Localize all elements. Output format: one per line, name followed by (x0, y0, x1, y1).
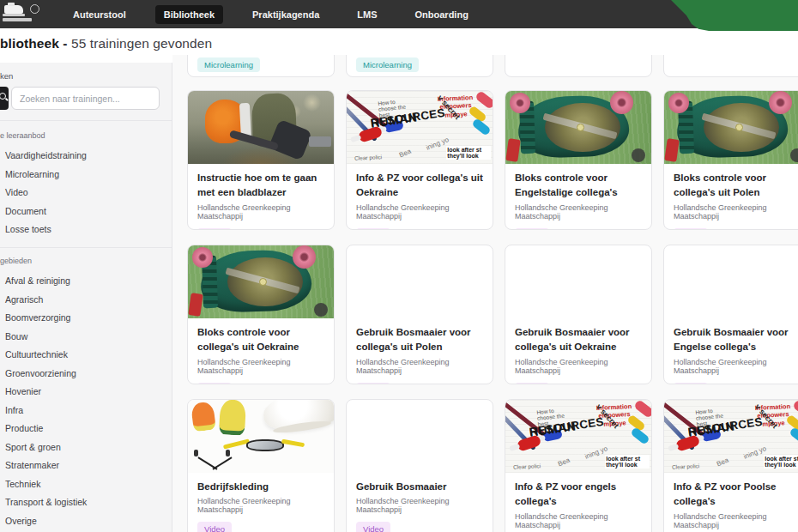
glove-yellow-shape (219, 400, 246, 436)
sidebar-divider (0, 120, 172, 121)
hr-image-text: look after st they'll look (605, 455, 650, 469)
card-title: Info & PZ voor engels collega's (515, 480, 642, 510)
training-card[interactable]: Gebruik Bosmaaier voor collega's uit Pol… (346, 245, 493, 384)
sidebar-item-vaardigheidstraining[interactable]: Vaardigheidstraining (0, 147, 172, 166)
page-title-bold: bliotheek - (0, 36, 68, 51)
hr-image-text: Clear polici (671, 462, 698, 470)
training-card-partial[interactable]: Microlearning (346, 55, 493, 77)
card-badge: Video (515, 383, 549, 385)
sidebar-item-overige[interactable]: Overige (0, 512, 172, 531)
card-badge: Video (674, 228, 708, 231)
leaf-blower-image (188, 91, 334, 164)
sidebar-item-agrarisch[interactable]: Agrarisch (0, 291, 172, 310)
card-badge: Video (356, 228, 390, 231)
sidebar-item-sport-groen[interactable]: Sport & groen (0, 438, 172, 457)
sidebar-item-losse-toets[interactable]: Losse toets (0, 221, 172, 239)
training-card[interactable]: Gebruik Bosmaaier voor Engelse collega's… (663, 245, 798, 384)
training-card[interactable]: Bloks controle voor Engelstalige collega… (505, 90, 652, 230)
search-input[interactable] (11, 87, 160, 110)
card-body: Bloks controle voor collega's uit Oekrai… (188, 318, 334, 384)
sidebar-item-hovenier[interactable]: Hovenier (0, 383, 172, 402)
result-count: 55 trainingen gevonden (68, 36, 213, 51)
training-card-partial[interactable] (663, 55, 798, 77)
sidebar-item-video[interactable]: Video (0, 184, 172, 203)
filter-section-title: e leeraanbod (0, 131, 45, 140)
card-org: Hollandsche Greenkeeping Maatschappij (674, 203, 798, 221)
hr-image-text: look after st they'll look (764, 455, 798, 469)
sidebar-item-microlearning[interactable]: Microlearning (0, 166, 172, 184)
filter-sidebar: ken e leeraanbodVaardigheidstrainingMicr… (0, 63, 172, 532)
nav-item-onboarding[interactable]: Onboarding (407, 5, 477, 24)
card-body: BedrijfskledingHollandsche Greenkeeping … (188, 473, 334, 532)
training-card[interactable]: Bloks controle voor collega's uit PolenH… (663, 90, 798, 230)
sidebar-item-afval-reiniging[interactable]: Afval & reiniging (0, 272, 172, 291)
card-body: Gebruik Bosmaaier voor collega's uit Pol… (347, 318, 493, 384)
cord-r-shape (213, 456, 233, 469)
card-badge: Video (674, 383, 708, 385)
brushcutter-worker-image (664, 245, 798, 318)
hr-image-text: How to choose the best (536, 406, 569, 427)
temple-r-shape (281, 438, 305, 447)
training-card-partial[interactable] (505, 55, 652, 77)
training-card[interactable]: BedrijfskledingHollandsche Greenkeeping … (187, 399, 335, 532)
wheel-dark-shape (790, 148, 798, 162)
training-card[interactable]: Gebruik BosmaaierHollandsche Greenkeepin… (346, 399, 493, 532)
card-title: Gebruik Bosmaaier voor Engelse collega's (674, 325, 798, 355)
training-card[interactable]: Bloks controle voor collega's uit Oekrai… (187, 245, 335, 384)
card-badge: Video (197, 383, 232, 385)
nav-item-auteurstool[interactable]: Auteurstool (64, 5, 135, 24)
nav-item-praktijkagenda[interactable]: Praktijkagenda (244, 5, 328, 24)
sidebar-item-techniek[interactable]: Techniek (0, 475, 172, 494)
filter-list: Afval & reinigingAgrarischBoomverzorging… (0, 272, 172, 530)
brushcutter-worker-image (347, 245, 493, 318)
sidebar-item-bouw[interactable]: Bouw (0, 328, 172, 347)
card-body: Info & PZ voor Poolse collega'sHollandsc… (664, 473, 798, 532)
sidebar-item-infra[interactable]: Infra (0, 402, 172, 420)
card-body: Gebruik Bosmaaier voor collega's uit Oek… (505, 318, 651, 384)
card-org: Hollandsche Greenkeeping Maatschappij (197, 203, 324, 221)
mower-image (664, 91, 798, 164)
card-org: Hollandsche Greenkeeping Maatschappij (515, 203, 642, 221)
training-card[interactable]: Instructie hoe om te gaan met een bladbl… (187, 90, 335, 230)
search-icon (0, 93, 6, 100)
logo-mark-icon (4, 5, 23, 14)
sidebar-item-transport-logistiek[interactable]: Transport & logistiek (0, 493, 172, 512)
card-title: Bloks controle voor Engelstalige collega… (515, 171, 642, 201)
sidebar-divider (0, 247, 172, 248)
search-label: ken (0, 71, 13, 81)
sidebar-item-document[interactable]: Document (0, 203, 172, 221)
sidebar-item-productie[interactable]: Productie (0, 420, 172, 438)
hr-image-text: How to choose the best (378, 97, 410, 118)
training-card-partial[interactable]: Microlearning (187, 55, 335, 77)
sidebar-item-boomverzorging[interactable]: Boomverzorging (0, 309, 172, 328)
wheel-l-shape (510, 93, 530, 113)
card-body: Bloks controle voor collega's uit PolenH… (664, 164, 798, 230)
hr-image-text: Bea (557, 456, 571, 468)
hr-image-text: How to choose the best (695, 406, 728, 427)
logo-text (3, 18, 32, 21)
training-card[interactable]: HUMANRESOURCESInformation empowers mploy… (505, 399, 652, 532)
search-button[interactable] (0, 87, 9, 110)
wheel-dark-shape (632, 148, 645, 162)
temple-l-shape (223, 439, 250, 450)
training-card[interactable]: HUMANRESOURCESInformation empowers mploy… (346, 90, 493, 230)
hr-image-text: Clear polici (354, 154, 381, 161)
card-org: Hollandsche Greenkeeping Maatschappij (674, 512, 798, 529)
card-org: Hollandsche Greenkeeping Maatschappij (356, 203, 483, 221)
card-org: Hollandsche Greenkeeping Maatschappij (515, 512, 642, 529)
sidebar-item-groenvoorziening[interactable]: Groenvoorziening (0, 365, 172, 384)
card-badge: Video (356, 383, 390, 385)
nav-menu: AuteurstoolBibliotheekPraktijkagendaLMSO… (64, 0, 477, 28)
wheel-r-shape (610, 91, 633, 114)
truck-shape (309, 136, 331, 147)
sidebar-item-cultuurtechniek[interactable]: Cultuurtechniek (0, 346, 172, 365)
nav-item-bibliotheek[interactable]: Bibliotheek (155, 5, 223, 24)
card-body: Gebruik BosmaaierHollandsche Greenkeepin… (347, 473, 493, 532)
plug-r-shape (226, 450, 230, 456)
training-card[interactable]: Gebruik Bosmaaier voor collega's uit Oek… (505, 245, 652, 384)
training-card[interactable]: HUMANRESOURCESInformation empowers mploy… (663, 399, 798, 532)
page-header: bliotheek - 55 trainingen gevonden (0, 28, 798, 55)
sidebar-item-stratenmaker[interactable]: Stratenmaker (0, 456, 172, 475)
nav-item-lms[interactable]: LMS (348, 5, 385, 24)
company-logo (3, 3, 56, 26)
